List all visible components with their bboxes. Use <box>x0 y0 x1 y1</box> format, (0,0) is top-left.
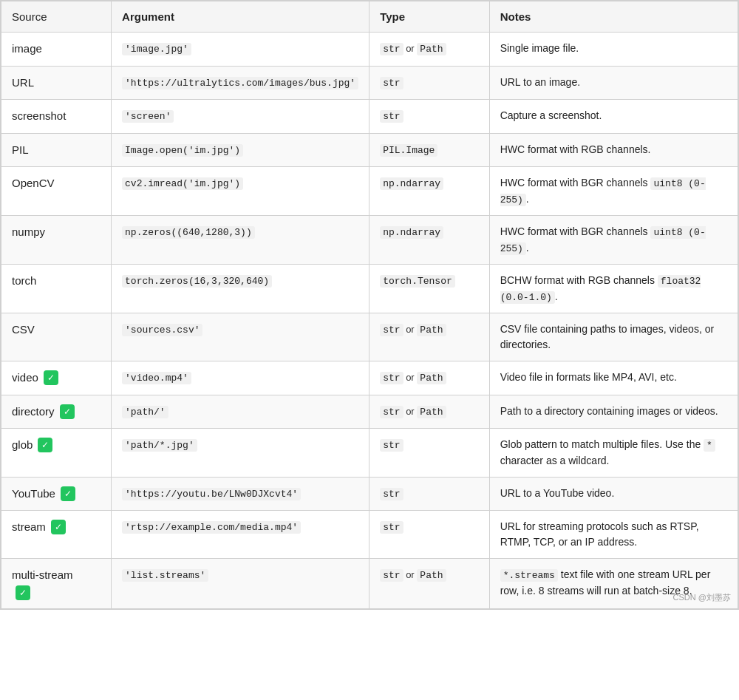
notes-cell: CSV file containing paths to images, vid… <box>489 313 738 361</box>
source-text: stream <box>12 519 46 536</box>
type-or-text: or <box>403 372 418 383</box>
argument-code: 'list.streams' <box>122 569 208 582</box>
argument-cell: 'path/*.jpg' <box>112 429 370 478</box>
argument-code: 'https://youtu.be/LNw0DJXcvt4' <box>122 488 301 500</box>
argument-code: 'path/' <box>122 406 168 418</box>
type-cell: str or Path <box>370 313 490 361</box>
source-label-container: directory✓ <box>12 404 101 421</box>
check-badge-icon: ✓ <box>60 404 75 419</box>
argument-cell: cv2.imread('im.jpg') <box>112 167 370 216</box>
table-row: OpenCVcv2.imread('im.jpg')np.ndarrayHWC … <box>1 167 738 216</box>
argument-cell: 'list.streams' <box>112 559 370 609</box>
source-cell: glob✓ <box>1 429 112 478</box>
type-code: str <box>380 439 403 452</box>
type-cell: str or Path <box>370 361 490 395</box>
table-row: screenshot'screen'strCapture a screensho… <box>1 100 738 134</box>
argument-code: 'rtsp://example.com/media.mp4' <box>122 521 301 534</box>
source-label-container: URL <box>12 75 101 92</box>
type-code: np.ndarray <box>380 177 443 190</box>
source-cell: torch <box>1 265 112 313</box>
source-cell: multi-stream✓ <box>1 559 112 609</box>
notes-inline-code: uint8 (0-255) <box>500 177 706 206</box>
table-row: CSV'sources.csv'str or PathCSV file cont… <box>1 313 738 361</box>
source-text: image <box>12 41 42 58</box>
type-cell: torch.Tensor <box>370 265 490 313</box>
type-or-text: or <box>403 324 418 335</box>
notes-cell: URL to an image. <box>489 66 738 100</box>
source-label-container: numpy <box>12 224 101 241</box>
table-row: stream✓'rtsp://example.com/media.mp4'str… <box>1 511 738 559</box>
argument-code: 'video.mp4' <box>122 372 191 384</box>
type-cell: str <box>370 477 490 511</box>
main-table-container: Source Argument Type Notes image'image.j… <box>0 0 739 610</box>
notes-cell: HWC format with RGB channels. <box>489 133 738 167</box>
notes-inline-code: * <box>704 439 715 452</box>
source-label-container: YouTube✓ <box>12 486 101 503</box>
argument-cell: 'image.jpg' <box>112 33 370 67</box>
col-header-notes: Notes <box>489 1 738 33</box>
notes-cell: URL for streaming protocols such as RTSP… <box>489 511 738 559</box>
check-badge-icon: ✓ <box>38 438 52 452</box>
type-code: str <box>380 43 403 55</box>
source-text: multi-stream <box>12 567 73 584</box>
notes-text: URL to a YouTube video. <box>500 487 615 499</box>
notes-text: URL for streaming protocols such as RTSP… <box>500 520 699 548</box>
type-code: str <box>380 569 403 582</box>
type-or-text: or <box>403 406 418 417</box>
notes-text: Capture a screenshot. <box>500 109 602 121</box>
type-cell: PIL.Image <box>370 133 490 167</box>
source-label-container: torch <box>12 273 101 290</box>
watermark-text: CSDN @刘墨苏 <box>673 592 731 603</box>
source-cell: CSV <box>1 313 112 361</box>
source-text: CSV <box>12 322 35 339</box>
argument-code: 'sources.csv' <box>122 324 202 336</box>
type-code: Path <box>417 43 446 55</box>
table-row: numpynp.zeros((640,1280,3))np.ndarrayHWC… <box>1 216 738 265</box>
source-label-container: PIL <box>12 142 101 159</box>
check-badge-icon: ✓ <box>51 520 66 534</box>
argument-cell: torch.zeros(16,3,320,640) <box>112 265 370 313</box>
col-header-type: Type <box>370 1 490 33</box>
col-header-source: Source <box>1 1 112 33</box>
argument-code: 'image.jpg' <box>122 43 191 55</box>
argument-cell: 'https://ultralytics.com/images/bus.jpg' <box>112 66 370 100</box>
source-text: numpy <box>12 224 45 241</box>
notes-text: Single image file. <box>500 42 579 54</box>
table-row: multi-stream✓'list.streams'str or Path*.… <box>1 559 738 609</box>
source-label-container: image <box>12 41 101 58</box>
header-row: Source Argument Type Notes <box>1 1 738 33</box>
source-text: PIL <box>12 142 29 159</box>
source-text: torch <box>12 273 36 290</box>
type-code: Path <box>417 324 446 336</box>
notes-text: Path to a directory containing images or… <box>500 405 718 417</box>
type-code: str <box>380 521 403 534</box>
type-cell: str <box>370 100 490 134</box>
argument-cell: np.zeros((640,1280,3)) <box>112 216 370 265</box>
source-label-container: video✓ <box>12 370 101 387</box>
argument-cell: 'https://youtu.be/LNw0DJXcvt4' <box>112 477 370 511</box>
type-code: str <box>380 372 403 384</box>
argument-code: cv2.imread('im.jpg') <box>122 177 243 190</box>
type-code: np.ndarray <box>380 226 443 239</box>
source-label-container: glob✓ <box>12 437 101 454</box>
type-code: PIL.Image <box>380 144 437 157</box>
type-cell: str <box>370 511 490 559</box>
notes-text: Video file in formats like MP4, AVI, etc… <box>500 371 677 383</box>
type-code: str <box>380 406 403 418</box>
source-text: YouTube <box>12 486 55 503</box>
argument-code: 'path/*.jpg' <box>122 439 197 452</box>
type-code: str <box>380 324 403 336</box>
argument-cell: 'screen' <box>112 100 370 134</box>
type-code: str <box>380 77 403 89</box>
table-row: directory✓'path/'str or PathPath to a di… <box>1 395 738 429</box>
notes-text: HWC format with RGB channels. <box>500 143 651 155</box>
source-cell: video✓ <box>1 361 112 395</box>
source-label-container: stream✓ <box>12 519 101 536</box>
table-row: YouTube✓'https://youtu.be/LNw0DJXcvt4'st… <box>1 477 738 511</box>
source-cell: YouTube✓ <box>1 477 112 511</box>
table-body: image'image.jpg'str or PathSingle image … <box>1 33 738 609</box>
source-cell: stream✓ <box>1 511 112 559</box>
source-cell: OpenCV <box>1 167 112 216</box>
source-text: directory <box>12 404 55 421</box>
table-row: PILImage.open('im.jpg')PIL.ImageHWC form… <box>1 133 738 167</box>
